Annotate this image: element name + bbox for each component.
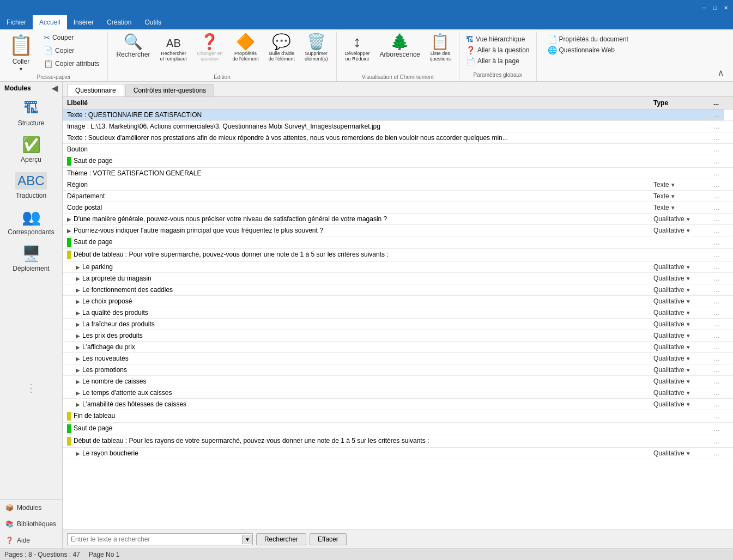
row-dots-cell[interactable]: ... xyxy=(709,202,724,214)
table-row[interactable]: Saut de page... xyxy=(63,423,733,435)
type-dropdown-arrow[interactable]: ▼ xyxy=(686,228,691,234)
row-dots-cell[interactable]: ... xyxy=(709,225,724,236)
table-row[interactable]: Début de tableau : Pour votre supermarch… xyxy=(63,249,733,261)
expand-arrow[interactable]: ▶ xyxy=(67,216,71,222)
sidebar-item-deploiement[interactable]: 🖥️ Déploiement xyxy=(0,240,62,277)
expand-arrow[interactable]: ▶ xyxy=(76,401,80,407)
row-dots-cell[interactable]: ... xyxy=(709,273,724,284)
developper-reduire-button[interactable]: ↕️ Développerou Réduire xyxy=(341,32,374,66)
expand-arrow[interactable]: ▶ xyxy=(76,367,80,373)
row-dots-cell[interactable]: ... xyxy=(709,236,724,249)
table-row[interactable]: ▶Pourriez-vous indiquer l'autre magasin … xyxy=(63,225,733,236)
table-row[interactable]: Saut de page... xyxy=(63,236,733,249)
table-row[interactable]: ▶L'affichage du prixQualitative ▼... xyxy=(63,342,733,353)
row-dots-cell[interactable]: ... xyxy=(709,179,724,191)
row-dots-cell[interactable]: ... xyxy=(709,121,724,132)
row-dots-cell[interactable]: ... xyxy=(709,144,724,155)
table-row[interactable]: ▶La propreté du magasinQualitative ▼... xyxy=(63,273,733,284)
table-row[interactable]: ▶Le choix proposéQualitative ▼... xyxy=(63,296,733,307)
tab-controles[interactable]: Contrôles inter-questions xyxy=(125,84,214,96)
row-dots-cell[interactable]: ... xyxy=(709,214,724,225)
expand-arrow[interactable]: ▶ xyxy=(76,264,80,270)
search-dropdown-button[interactable]: ▼ xyxy=(242,535,252,544)
expand-arrow[interactable]: ▶ xyxy=(76,276,80,282)
type-dropdown-arrow[interactable]: ▼ xyxy=(686,401,691,407)
sidebar-resize-handle[interactable]: ⋮ xyxy=(26,381,37,394)
sidebar-item-structure[interactable]: 🏗 Structure xyxy=(0,95,62,131)
rechercher-button[interactable]: 🔍 Rechercher xyxy=(112,32,154,66)
row-dots-cell[interactable]: ... xyxy=(709,342,724,353)
expand-arrow[interactable]: ▶ xyxy=(76,299,80,305)
type-dropdown-arrow[interactable]: ▼ xyxy=(670,205,676,211)
expand-arrow[interactable]: ▶ xyxy=(76,390,80,396)
menu-outils[interactable]: Outils xyxy=(138,15,168,29)
expand-arrow[interactable]: ▶ xyxy=(76,333,80,339)
table-row[interactable]: Thème : VOTRE SATISFACTION GENERALE... xyxy=(63,168,733,179)
type-dropdown-arrow[interactable]: ▼ xyxy=(686,287,691,293)
type-dropdown-arrow[interactable]: ▼ xyxy=(686,390,691,396)
row-dots-cell[interactable]: ... xyxy=(709,399,724,410)
ribbon-collapse-button[interactable]: ∧ xyxy=(717,67,724,79)
menu-creation[interactable]: Création xyxy=(100,15,138,29)
type-dropdown-arrow[interactable]: ▼ xyxy=(686,367,691,373)
table-row[interactable]: ▶D'une manière générale, pouvez-vous nou… xyxy=(63,214,733,225)
type-dropdown-arrow[interactable]: ▼ xyxy=(686,356,691,362)
row-dots-cell[interactable]: ... xyxy=(709,132,724,144)
row-dots-cell[interactable]: ... xyxy=(709,296,724,307)
search-button[interactable]: Rechercher xyxy=(256,533,306,545)
bulle-aide-button[interactable]: 💬 Bulle d'aidede l'élément xyxy=(265,32,299,66)
type-dropdown-arrow[interactable]: ▼ xyxy=(686,321,691,327)
row-dots-cell[interactable]: ... xyxy=(709,109,724,121)
copier-button[interactable]: 📄 Copier xyxy=(40,45,103,57)
sidebar-collapse-button[interactable]: ◀ xyxy=(52,84,58,93)
rechercher-remplacer-button[interactable]: AB Rechercheret remplacer xyxy=(156,32,191,66)
type-dropdown-arrow[interactable]: ▼ xyxy=(686,276,691,282)
table-row[interactable]: Texte : Soucieux d'améliorer nos prestat… xyxy=(63,132,733,144)
row-dots-cell[interactable]: ... xyxy=(709,387,724,399)
coller-button[interactable]: 📋 Coller ▼ xyxy=(4,32,38,66)
table-row[interactable]: ▶L'amabilité des hôtesses de caissesQual… xyxy=(63,399,733,410)
row-dots-cell[interactable]: ... xyxy=(709,330,724,342)
row-dots-cell[interactable]: ... xyxy=(709,249,724,261)
row-dots-cell[interactable]: ... xyxy=(709,284,724,296)
table-row[interactable]: Bouton... xyxy=(63,144,733,155)
minimize-button[interactable]: ─ xyxy=(699,3,709,13)
table-row[interactable]: Début de tableau : Pour les rayons de vo… xyxy=(63,435,733,448)
proprietes-document-button[interactable]: 📄 Propriétés du document xyxy=(546,34,725,45)
liste-questions-button[interactable]: 📋 Liste desquestions xyxy=(426,32,455,66)
questionnaire-web-button[interactable]: 🌐 Questionnaire Web xyxy=(546,45,725,56)
expand-arrow[interactable]: ▶ xyxy=(76,356,80,362)
table-row[interactable]: Texte : QUESTIONNAIRE DE SATISFACTION... xyxy=(63,109,733,121)
expand-arrow[interactable]: ▶ xyxy=(67,228,71,234)
supprimer-elements-button[interactable]: 🗑️ Supprimerélément(s) xyxy=(301,32,332,66)
sidebar-item-traduction[interactable]: ABC Traduction xyxy=(0,168,62,204)
row-dots-cell[interactable]: ... xyxy=(709,423,724,435)
table-row[interactable]: ▶Le rayon boucherieQualitative ▼... xyxy=(63,448,733,459)
tab-questionnaire[interactable]: Questionnaire xyxy=(67,84,124,96)
row-dots-cell[interactable]: ... xyxy=(709,435,724,448)
arborescence-button[interactable]: 🌲 Arborescence xyxy=(376,32,424,66)
type-dropdown-arrow[interactable]: ▼ xyxy=(686,216,691,222)
sidebar-bottom-aide[interactable]: ❓ Aide xyxy=(0,532,62,549)
table-row[interactable]: ▶Les prix des produitsQualitative ▼... xyxy=(63,330,733,342)
changer-question-button[interactable]: ❓ Changer enquestion xyxy=(193,32,226,66)
table-row[interactable]: ▶Le fonctionnement des caddiesQualitativ… xyxy=(63,284,733,296)
table-row[interactable]: ▶Le nombre de caissesQualitative ▼... xyxy=(63,376,733,387)
row-dots-cell[interactable]: ... xyxy=(709,307,724,319)
table-row[interactable]: RégionTexte ▼... xyxy=(63,179,733,191)
row-dots-cell[interactable]: ... xyxy=(709,364,724,376)
row-dots-cell[interactable]: ... xyxy=(709,410,724,423)
expand-arrow[interactable]: ▶ xyxy=(76,321,80,327)
type-dropdown-arrow[interactable]: ▼ xyxy=(686,299,691,305)
table-row[interactable]: ▶La fraîcheur des produitsQualitative ▼.… xyxy=(63,319,733,330)
table-row[interactable]: Saut de page... xyxy=(63,155,733,168)
close-button[interactable]: ✕ xyxy=(721,3,731,13)
row-dots-cell[interactable]: ... xyxy=(709,319,724,330)
sidebar-item-apercu[interactable]: ✅ Aperçu xyxy=(0,131,62,168)
table-row[interactable]: ▶Le parkingQualitative ▼... xyxy=(63,261,733,273)
table-row[interactable]: DépartementTexte ▼... xyxy=(63,191,733,202)
table-row[interactable]: Image : L:\13. Marketing\06. Actions com… xyxy=(63,121,733,132)
row-dots-cell[interactable]: ... xyxy=(709,191,724,202)
proprietes-element-button[interactable]: 🔶 Propriétésde l'élément xyxy=(228,32,262,66)
expand-arrow[interactable]: ▶ xyxy=(76,310,80,316)
